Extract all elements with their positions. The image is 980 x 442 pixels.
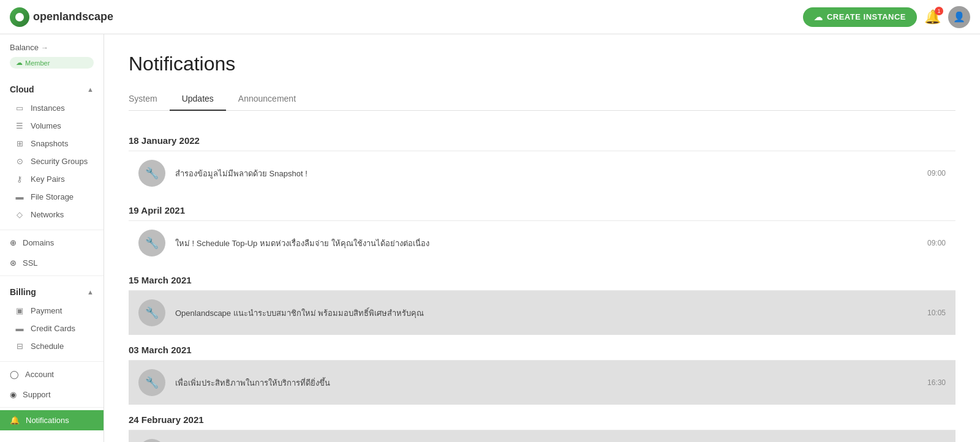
billing-section: Billing ▲ ▣ Payment ▬ Credit Cards ⊟ Sch…: [0, 279, 104, 359]
sidebar-item-ssl[interactable]: ⊛ SSL: [0, 253, 104, 273]
balance-link[interactable]: Balance →: [0, 34, 104, 57]
member-icon: ☁: [16, 59, 23, 67]
sidebar-item-key-pairs[interactable]: ⚷ Key Pairs: [0, 170, 104, 188]
logo-text: openlandscape: [33, 10, 113, 23]
snapshots-icon: ⊞: [15, 139, 24, 148]
notifications-sidebar-label: Notifications: [26, 416, 69, 425]
notification-row[interactable]: 🔧ขอบคุณที่ให้การตอบรับบริการของเราเป็นอย…: [129, 430, 956, 442]
billing-section-header[interactable]: Billing ▲: [0, 282, 104, 302]
tab-announcement[interactable]: Announcement: [226, 88, 308, 111]
date-label: 24 February 2021: [129, 405, 956, 430]
date-group: 18 January 2022🔧สำรองข้อมูลไม่มีพลาดด้วย…: [129, 125, 956, 195]
balance-label: Balance: [10, 43, 39, 52]
notification-text: ใหม่ ! Schedule Top-Up หมดห่วงเรื่องลืมจ…: [175, 237, 918, 250]
notification-icon: 🔧: [138, 369, 165, 396]
topnav-right: ☁ CREATE INSTANCE 🔔 1 👤: [803, 6, 970, 28]
avatar-icon: 👤: [953, 11, 965, 23]
sidebar-item-support[interactable]: ◉ Support: [0, 384, 104, 405]
volumes-icon: ☰: [15, 121, 24, 130]
security-groups-icon: ⊙: [15, 157, 24, 166]
notification-icon: 🔧: [138, 230, 165, 257]
member-badge: ☁ Member: [10, 57, 94, 69]
tab-updates[interactable]: Updates: [170, 88, 226, 111]
notification-text: สำรองข้อมูลไม่มีพลาดด้วย Snapshot !: [175, 167, 918, 180]
sidebar-item-domains[interactable]: ⊕ Domains: [0, 233, 104, 253]
notification-row[interactable]: 🔧ใหม่ ! Schedule Top-Up หมดห่วงเรื่องลืม…: [129, 220, 956, 265]
sidebar-item-schedule[interactable]: ⊟ Schedule: [0, 337, 104, 355]
sidebar: Balance → ☁ Member Cloud ▲ ▭ Instances ☰…: [0, 34, 104, 442]
logo-icon: [10, 7, 29, 27]
main-content: Notifications System Updates Announcemen…: [104, 34, 980, 442]
cloud-section-label: Cloud: [10, 84, 34, 94]
volumes-label: Volumes: [31, 121, 61, 130]
date-group: 03 March 2021🔧เพื่อเพิ่มประสิทธิภาพในการ…: [129, 335, 956, 405]
logo[interactable]: openlandscape: [10, 7, 113, 27]
create-instance-button[interactable]: ☁ CREATE INSTANCE: [803, 7, 917, 27]
sidebar-item-snapshots[interactable]: ⊞ Snapshots: [0, 135, 104, 152]
divider-2: [0, 275, 104, 276]
sidebar-item-file-storage[interactable]: ▬ File Storage: [0, 188, 104, 206]
notification-row[interactable]: 🔧เพื่อเพิ่มประสิทธิภาพในการให้บริการที่ด…: [129, 360, 956, 405]
date-label: 18 January 2022: [129, 125, 956, 151]
tabs: System Updates Announcement: [129, 88, 956, 111]
ssl-icon: ⊛: [10, 258, 17, 268]
domains-label: Domains: [23, 238, 54, 247]
snapshots-label: Snapshots: [31, 139, 68, 148]
sidebar-item-security-groups[interactable]: ⊙ Security Groups: [0, 152, 104, 170]
cloud-section: Cloud ▲ ▭ Instances ☰ Volumes ⊞ Snapshot…: [0, 76, 104, 227]
cloud-section-header[interactable]: Cloud ▲: [0, 80, 104, 99]
date-group: 15 March 2021🔧Openlandscape แนะนำระบบสมา…: [129, 265, 956, 335]
create-instance-label: CREATE INSTANCE: [827, 12, 906, 21]
tab-system[interactable]: System: [129, 88, 170, 111]
notification-icon: 🔧: [138, 299, 165, 326]
instances-icon: ▭: [15, 103, 24, 113]
sidebar-item-networks[interactable]: ◇ Networks: [0, 206, 104, 223]
notification-icon: 🔧: [138, 160, 165, 187]
layout: Balance → ☁ Member Cloud ▲ ▭ Instances ☰…: [0, 34, 980, 442]
notification-bell-button[interactable]: 🔔 1: [924, 9, 941, 25]
notification-list: 18 January 2022🔧สำรองข้อมูลไม่มีพลาดด้วย…: [129, 125, 956, 442]
support-label: Support: [23, 390, 51, 399]
notification-row[interactable]: 🔧Openlandscape แนะนำระบบสมาชิกใหม่ พร้อม…: [129, 290, 956, 335]
account-label: Account: [25, 370, 54, 379]
notification-row[interactable]: 🔧สำรองข้อมูลไม่มีพลาดด้วย Snapshot !09:0…: [129, 151, 956, 195]
payment-label: Payment: [31, 306, 62, 315]
schedule-icon: ⊟: [15, 342, 24, 351]
notification-time: 09:00: [927, 239, 946, 247]
sidebar-item-payment[interactable]: ▣ Payment: [0, 302, 104, 320]
notifications-sidebar-icon: 🔔: [10, 416, 20, 425]
sidebar-item-account[interactable]: ◯ Account: [0, 364, 104, 384]
sidebar-item-volumes[interactable]: ☰ Volumes: [0, 117, 104, 135]
member-label: Member: [25, 59, 50, 67]
schedule-label: Schedule: [31, 342, 64, 351]
balance-arrow-icon: →: [41, 43, 48, 52]
date-group: 19 April 2021🔧ใหม่ ! Schedule Top-Up หมด…: [129, 195, 956, 265]
ssl-label: SSL: [23, 258, 38, 268]
key-pairs-label: Key Pairs: [31, 174, 65, 184]
cloud-chevron-icon: ▲: [87, 86, 94, 93]
top-nav: openlandscape ☁ CREATE INSTANCE 🔔 1 👤: [0, 0, 980, 34]
key-pairs-icon: ⚷: [15, 174, 24, 184]
file-storage-icon: ▬: [15, 192, 24, 201]
notification-text: เพื่อเพิ่มประสิทธิภาพในการให้บริการที่ดี…: [175, 376, 918, 389]
divider-4: [0, 407, 104, 408]
avatar[interactable]: 👤: [948, 6, 970, 28]
notification-time: 16:30: [927, 378, 946, 387]
notification-time: 10:05: [927, 309, 946, 317]
date-label: 03 March 2021: [129, 335, 956, 360]
account-icon: ◯: [10, 370, 19, 379]
sidebar-item-notifications[interactable]: 🔔 Notifications: [0, 410, 104, 430]
support-icon: ◉: [10, 390, 17, 399]
divider-1: [0, 230, 104, 230]
networks-label: Networks: [31, 210, 64, 219]
sidebar-item-instances[interactable]: ▭ Instances: [0, 99, 104, 117]
notification-text: Openlandscape แนะนำระบบสมาชิกใหม่ พร้อมม…: [175, 307, 918, 320]
instances-label: Instances: [31, 103, 65, 113]
domains-icon: ⊕: [10, 238, 17, 247]
date-label: 19 April 2021: [129, 195, 956, 220]
date-label: 15 March 2021: [129, 265, 956, 290]
sidebar-item-credit-cards[interactable]: ▬ Credit Cards: [0, 320, 104, 337]
notification-icon: 🔧: [138, 439, 165, 442]
billing-section-label: Billing: [10, 287, 36, 297]
file-storage-label: File Storage: [31, 192, 74, 201]
